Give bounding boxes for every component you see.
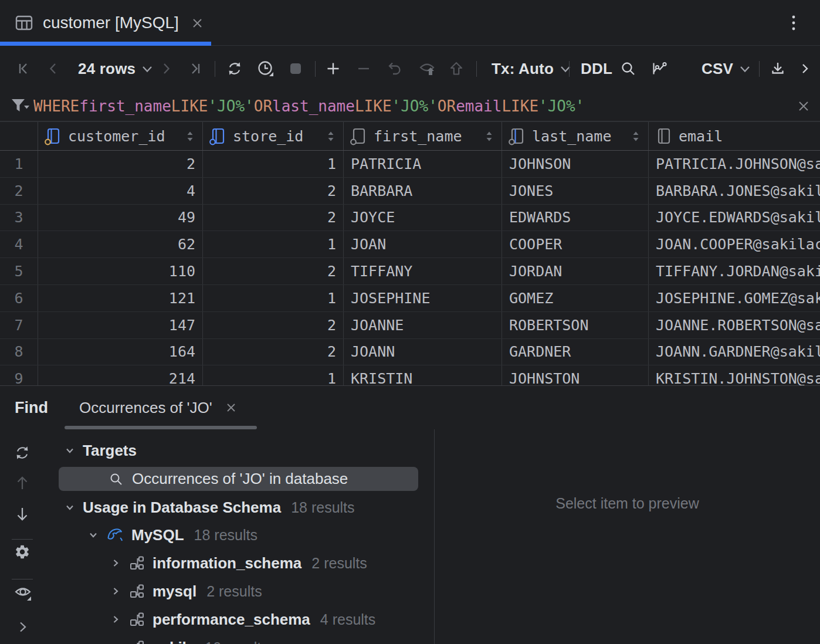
cell-customer_id[interactable]: 62 [38, 231, 202, 257]
tree-item-mysql-datasource[interactable]: MySQL18 results [88, 525, 257, 545]
tree-item-mysql-schema[interactable]: mysql2 results [110, 581, 262, 601]
cell-last_name[interactable]: JONES [502, 178, 648, 204]
cell-customer_id[interactable]: 2 [38, 151, 202, 177]
cell-last_name[interactable]: ROBERTSON [502, 312, 648, 338]
cell-customer_id[interactable]: 214 [38, 365, 202, 385]
cell-store_id[interactable]: 2 [202, 258, 343, 284]
chart-icon[interactable] [651, 46, 667, 91]
cell-email[interactable]: KRISTIN.JOHNSTON@sakilacustomer.org [648, 365, 820, 385]
cell-first_name[interactable]: JOANN [343, 339, 502, 365]
chevron-down-icon[interactable] [65, 445, 75, 456]
cell-customer_id[interactable]: 164 [38, 339, 202, 365]
close-icon[interactable] [798, 100, 809, 112]
tree-item-information-schema[interactable]: information_schema2 results [110, 553, 367, 573]
cell-last_name[interactable]: JORDAN [502, 258, 648, 284]
previous-occurrence-icon[interactable] [14, 475, 31, 492]
add-row-icon[interactable] [325, 46, 341, 91]
tx-mode-dropdown[interactable]: Tx: Auto [492, 46, 571, 91]
cell-store_id[interactable]: 1 [202, 151, 343, 177]
tab-customer-mysql[interactable]: customer [MySQL] [14, 0, 202, 46]
schedule-icon[interactable] [257, 46, 275, 91]
column-header-last_name[interactable]: last_name [502, 122, 648, 150]
cell-first_name[interactable]: PATRICIA [343, 151, 502, 177]
close-icon[interactable] [192, 18, 202, 28]
cell-email[interactable]: JOSEPHINE.GOMEZ@sakilacustomer.org [648, 285, 820, 311]
cell-last_name[interactable]: EDWARDS [502, 205, 648, 231]
column-header-customer_id[interactable]: customer_id [38, 122, 202, 150]
cell-store_id[interactable]: 1 [202, 231, 343, 257]
cell-customer_id[interactable]: 110 [38, 258, 202, 284]
sort-arrows-icon[interactable] [632, 131, 640, 142]
cell-email[interactable]: JOAN.COOPER@sakilacustomer.org [648, 231, 820, 257]
tree-item-target-item-selected[interactable]: Occurrences of 'JO' in database [59, 467, 418, 491]
cell-email[interactable]: PATRICIA.JOHNSON@sakilacustomer.org [648, 151, 820, 177]
cell-first_name[interactable]: JOAN [343, 231, 502, 257]
cell-store_id[interactable]: 1 [202, 285, 343, 311]
next-page-icon[interactable] [158, 46, 174, 91]
cell-customer_id[interactable]: 121 [38, 285, 202, 311]
sort-arrows-icon[interactable] [186, 131, 194, 142]
more-toolbar-icon[interactable] [797, 46, 813, 91]
chevron-down-icon[interactable] [65, 502, 75, 513]
column-header-first_name[interactable]: first_name [343, 122, 502, 150]
filter-funnel-icon[interactable] [10, 97, 30, 115]
undo-icon[interactable] [387, 46, 404, 91]
tree-item-sakila-schema[interactable]: sakila10 results [110, 638, 269, 644]
close-icon[interactable] [226, 403, 236, 412]
chevron-right-icon[interactable] [110, 586, 121, 596]
cell-email[interactable]: TIFFANY.JORDAN@sakilacustomer.org [648, 258, 820, 284]
preview-eye-icon[interactable] [14, 584, 32, 601]
cell-last_name[interactable]: GARDNER [502, 339, 648, 365]
column-header-store_id[interactable]: store_id [202, 122, 343, 150]
sort-arrows-icon[interactable] [485, 131, 493, 142]
cell-first_name[interactable]: BARBARA [343, 178, 502, 204]
export-format-dropdown[interactable]: CSV [702, 46, 750, 91]
last-page-icon[interactable] [187, 46, 204, 91]
tab-occurrences[interactable]: Occurrences of 'JO' [79, 386, 236, 429]
preview-changes-icon[interactable] [419, 46, 436, 91]
cell-store_id[interactable]: 1 [202, 365, 343, 385]
previous-page-icon[interactable] [45, 46, 62, 91]
cell-last_name[interactable]: JOHNSON [502, 151, 648, 177]
cell-first_name[interactable]: JOANNE [343, 312, 502, 338]
cell-store_id[interactable]: 2 [202, 312, 343, 338]
refresh-icon[interactable] [226, 46, 243, 91]
filter-where-clause[interactable]: WHERE first_name LIKE 'JO%' OR last_name… [33, 91, 584, 121]
cell-customer_id[interactable]: 49 [38, 205, 202, 231]
cell-last_name[interactable]: JOHNSTON [502, 365, 648, 385]
stop-icon[interactable] [287, 46, 304, 91]
submit-icon[interactable] [448, 46, 465, 91]
chevron-down-icon[interactable] [88, 530, 99, 540]
settings-gear-icon[interactable] [14, 544, 31, 560]
first-page-icon[interactable] [15, 46, 32, 91]
expand-chevron-icon[interactable] [16, 621, 29, 633]
delete-row-icon[interactable] [355, 46, 372, 91]
cell-email[interactable]: JOYCE.EDWARDS@sakilacustomer.org [648, 205, 820, 231]
cell-customer_id[interactable]: 147 [38, 312, 202, 338]
tree-item-usage[interactable]: Usage in Database Schema18 results [65, 497, 355, 517]
tree-item-performance-schema[interactable]: performance_schema4 results [110, 609, 375, 629]
cell-first_name[interactable]: JOYCE [343, 205, 502, 231]
cell-first_name[interactable]: TIFFANY [343, 258, 502, 284]
search-icon[interactable] [620, 46, 636, 91]
chevron-right-icon[interactable] [110, 558, 121, 568]
kebab-menu-icon[interactable] [791, 15, 797, 32]
cell-store_id[interactable]: 2 [202, 178, 343, 204]
cell-first_name[interactable]: JOSEPHINE [343, 285, 502, 311]
tree-item-targets[interactable]: Targets [65, 440, 137, 460]
cell-first_name[interactable]: KRISTIN [343, 365, 502, 385]
cell-store_id[interactable]: 2 [202, 205, 343, 231]
cell-store_id[interactable]: 2 [202, 339, 343, 365]
row-count-dropdown[interactable]: 24 rows [78, 46, 153, 91]
cell-email[interactable]: BARBARA.JONES@sakilacustomer.org [648, 178, 820, 204]
cell-customer_id[interactable]: 4 [38, 178, 202, 204]
chevron-right-icon[interactable] [110, 614, 121, 625]
refresh-icon[interactable] [14, 445, 31, 461]
next-occurrence-icon[interactable] [14, 506, 31, 522]
sort-arrows-icon[interactable] [327, 131, 335, 142]
ddl-button[interactable]: DDL [581, 46, 612, 91]
cell-last_name[interactable]: COOPER [502, 231, 648, 257]
cell-email[interactable]: JOANNE.ROBERTSON@sakilacustomer.org [648, 312, 820, 338]
download-icon[interactable] [770, 46, 786, 91]
column-header-email[interactable]: email [648, 122, 820, 150]
